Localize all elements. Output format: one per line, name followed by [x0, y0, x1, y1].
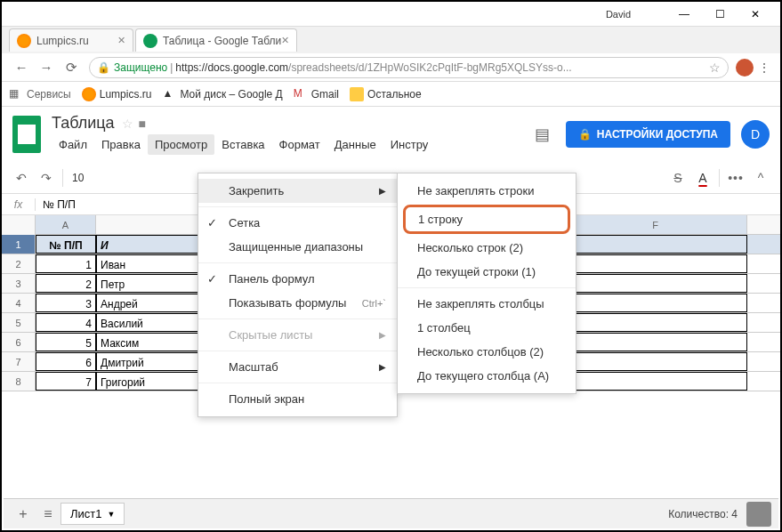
cell[interactable]: Василий — [96, 313, 213, 332]
add-sheet-button[interactable]: + — [11, 502, 36, 527]
bookmark-lumpics[interactable]: Lumpics.ru — [82, 87, 152, 101]
cell[interactable]: 3 — [36, 294, 96, 312]
share-button[interactable]: 🔒 НАСТРОЙКИ ДОСТУПА — [566, 121, 730, 148]
freeze-one-row[interactable]: 1 строку — [403, 205, 570, 234]
cell[interactable] — [564, 274, 747, 293]
menu-tools[interactable]: Инстру — [383, 134, 436, 155]
row-header[interactable]: 4 — [2, 294, 36, 312]
cell[interactable]: Андрей — [96, 294, 213, 312]
comments-button[interactable]: ▤ — [530, 122, 555, 147]
cell[interactable]: Григорий — [96, 372, 213, 391]
menu-fullscreen[interactable]: Полный экран — [198, 387, 397, 411]
cell[interactable] — [564, 372, 747, 391]
sheets-logo-icon[interactable] — [12, 116, 41, 153]
cell[interactable]: 2 — [36, 274, 96, 293]
window-close-button[interactable] — [738, 4, 773, 25]
cell[interactable] — [564, 352, 747, 371]
address-field[interactable]: 🔒 Защищено | https://docs.google.com /sp… — [89, 57, 729, 78]
row-header[interactable]: 3 — [2, 274, 36, 293]
cell[interactable]: 6 — [36, 352, 96, 371]
chevron-down-icon[interactable]: ▼ — [107, 510, 115, 519]
cell[interactable] — [564, 294, 747, 312]
sheet-tab[interactable]: Лист1 ▼ — [60, 503, 125, 525]
col-header-f[interactable]: F — [564, 215, 747, 234]
move-folder-icon[interactable]: ■ — [139, 117, 146, 131]
row-header[interactable]: 6 — [2, 333, 36, 351]
user-avatar[interactable]: D — [741, 120, 770, 149]
row-header[interactable]: 2 — [2, 254, 36, 273]
cell[interactable]: Дмитрий — [96, 352, 213, 371]
menu-view[interactable]: Просмотр — [148, 134, 214, 155]
cell[interactable] — [564, 235, 747, 254]
menu-zoom[interactable]: Масштаб ▶ — [198, 355, 397, 379]
window-minimize-button[interactable] — [666, 4, 702, 25]
browser-tab-sheets[interactable]: Таблица - Google Табли ✕ — [135, 28, 297, 52]
menu-protected-ranges[interactable]: Защищенные диапазоны — [198, 235, 397, 259]
row-header[interactable]: 5 — [2, 313, 36, 332]
check-icon: ✓ — [207, 216, 217, 230]
cell[interactable] — [564, 313, 747, 332]
bookmark-other[interactable]: Остальное — [350, 87, 422, 101]
tab-close-icon[interactable]: ✕ — [117, 35, 125, 46]
undo-button[interactable]: ↶ — [9, 165, 34, 190]
freeze-multi-rows[interactable]: Несколько строк (2) — [398, 236, 576, 260]
freeze-one-col[interactable]: 1 столбец — [398, 316, 576, 340]
cell[interactable]: № П/П — [36, 235, 96, 254]
cell[interactable]: 4 — [36, 313, 96, 332]
text-color-button[interactable]: A — [690, 165, 715, 190]
menu-format[interactable]: Формат — [272, 134, 327, 155]
drive-icon: ▲ — [162, 87, 176, 101]
cell[interactable] — [564, 333, 747, 351]
collapse-button[interactable]: ^ — [748, 165, 773, 190]
menu-show-formulas[interactable]: Показывать формулы Ctrl+` — [198, 291, 397, 315]
menu-edit[interactable]: Правка — [94, 134, 148, 155]
zoom-value[interactable]: 10 — [67, 172, 89, 184]
cell[interactable]: Иван — [96, 254, 213, 273]
star-icon[interactable]: ☆ — [122, 117, 133, 131]
bookmark-gmail[interactable]: M Gmail — [294, 87, 339, 101]
document-title[interactable]: Таблица — [52, 114, 115, 133]
apps-button[interactable]: ▦ Сервисы — [9, 87, 71, 101]
cell[interactable]: 7 — [36, 372, 96, 391]
freeze-multi-cols[interactable]: Несколько столбцов (2) — [398, 340, 576, 364]
menu-file[interactable]: Файл — [52, 134, 94, 155]
cell[interactable]: Максим — [96, 333, 213, 351]
reload-button[interactable]: ⟳ — [60, 57, 82, 78]
freeze-to-current-col[interactable]: До текущего столбца (A) — [398, 364, 576, 388]
browser-tab-lumpics[interactable]: Lumpics.ru ✕ — [9, 28, 133, 52]
tab-close-icon[interactable]: ✕ — [281, 35, 289, 46]
browser-menu-button[interactable]: ⋮ — [755, 60, 773, 75]
forward-button[interactable]: → — [36, 57, 57, 78]
row-header[interactable]: 1 — [2, 235, 36, 254]
more-button[interactable]: ••• — [723, 165, 748, 190]
freeze-no-rows[interactable]: Не закреплять строки — [398, 179, 576, 203]
menu-data[interactable]: Данные — [327, 134, 383, 155]
bookmark-star-icon[interactable]: ☆ — [709, 60, 721, 75]
bookmark-drive[interactable]: ▲ Мой диск – Google Д — [162, 87, 282, 101]
explore-button[interactable] — [746, 502, 771, 527]
row-header[interactable]: 7 — [2, 352, 36, 371]
cell[interactable] — [564, 254, 747, 273]
menu-freeze[interactable]: Закрепить ▶ — [198, 179, 397, 203]
row-header[interactable]: 8 — [2, 372, 36, 391]
cell[interactable]: 1 — [36, 254, 96, 273]
menu-gridlines[interactable]: ✓ Сетка — [198, 211, 397, 235]
extension-icon[interactable] — [736, 59, 754, 77]
freeze-no-cols[interactable]: Не закреплять столбцы — [398, 292, 576, 316]
col-header-a[interactable]: A — [36, 215, 96, 234]
cell[interactable]: 5 — [36, 333, 96, 351]
col-header-b[interactable] — [96, 215, 213, 234]
cell[interactable]: И — [96, 235, 213, 254]
all-sheets-button[interactable]: ≡ — [36, 502, 60, 527]
menu-insert[interactable]: Вставка — [214, 134, 271, 155]
cell[interactable]: Петр — [96, 274, 213, 293]
folder-icon — [350, 87, 364, 101]
window-maximize-button[interactable] — [702, 4, 738, 25]
menu-formula-bar[interactable]: ✓ Панель формул — [198, 267, 397, 291]
redo-button[interactable]: ↷ — [34, 165, 59, 190]
strikethrough-button[interactable]: S — [665, 165, 690, 190]
freeze-to-current-row[interactable]: До текущей строки (1) — [398, 260, 576, 284]
select-all-corner[interactable] — [2, 215, 36, 235]
back-button[interactable]: ← — [11, 57, 32, 78]
formula-input[interactable]: № П/П — [36, 198, 83, 211]
